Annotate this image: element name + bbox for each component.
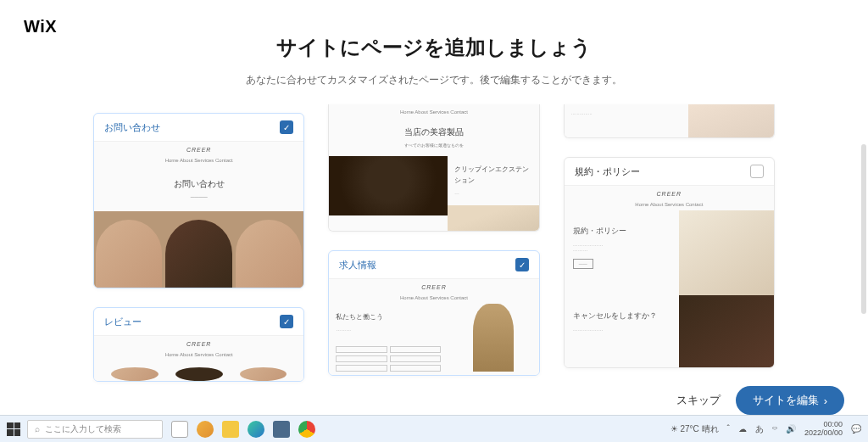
checkbox-unchecked[interactable] (750, 165, 764, 178)
card-review[interactable]: レビュー ✓ CREER Home About Services Contact (93, 307, 304, 382)
notifications-icon[interactable]: 💬 (851, 424, 861, 434)
wifi-icon[interactable]: ⌔ (772, 424, 777, 434)
card-contact[interactable]: お問い合わせ ✓ CREER Home About Services Conta… (93, 113, 304, 288)
preview-heading: お問い合わせ (108, 178, 290, 190)
page-subtitle: あなたに合わせてカスタマイズされたページです。後で編集することができます。 (0, 73, 868, 87)
preview-brand: CREER (94, 336, 303, 352)
volume-icon[interactable]: 🔊 (786, 424, 796, 434)
start-button[interactable] (7, 422, 20, 436)
skip-button[interactable]: スキップ (676, 393, 721, 408)
preview-brand: CREER (94, 142, 303, 158)
card-label: レビュー (104, 316, 142, 328)
onedrive-icon[interactable]: ☁ (738, 424, 747, 434)
weather-widget[interactable]: ☀ 27°C 晴れ (670, 423, 719, 435)
card-label: 求人情報 (339, 259, 376, 271)
page-title: サイトにページを追加しましょう (0, 34, 868, 61)
chevron-right-icon: › (824, 394, 827, 407)
preview-brand: CREER (565, 186, 774, 202)
card-label: 規約・ポリシー (575, 165, 640, 178)
preview-heading: 当店の美容製品 (337, 126, 530, 138)
card-policy[interactable]: 規約・ポリシー CREER Home About Services Contac… (564, 157, 775, 368)
preview-brand: CREER (329, 279, 538, 295)
preview-nav: Home About Services Contact (94, 158, 303, 166)
task-view-icon[interactable] (171, 421, 188, 438)
edge-icon[interactable] (248, 421, 264, 438)
taskbar-search[interactable]: ⌕ ここに入力して検索 (27, 420, 163, 439)
search-icon: ⌕ (35, 424, 40, 434)
checkbox-checked[interactable]: ✓ (280, 315, 293, 328)
wix-logo: WiX (24, 17, 57, 36)
preview-nav: Home About Services Contact (329, 104, 538, 118)
template-gallery: お問い合わせ ✓ CREER Home About Services Conta… (0, 87, 868, 415)
checkbox-checked[interactable]: ✓ (515, 258, 529, 271)
tray-up-icon[interactable]: ˆ (727, 424, 730, 434)
chrome-icon[interactable] (298, 421, 315, 438)
clock[interactable]: 00:00 2022/00/00 (804, 421, 843, 438)
ime-icon[interactable]: あ (755, 423, 764, 435)
scrollbar[interactable] (861, 144, 866, 314)
preview-nav: Home About Services Contact (94, 352, 303, 361)
windows-taskbar[interactable]: ⌕ ここに入力して検索 ☀ 27°C 晴れ ˆ ☁ あ ⌔ 🔊 00:00 20… (0, 415, 868, 442)
edit-site-button[interactable]: サイトを編集 › (736, 386, 844, 415)
app-icon[interactable] (197, 421, 214, 438)
card-jobs[interactable]: 求人情報 ✓ CREER Home About Services Contact… (328, 250, 539, 375)
store-icon[interactable] (273, 421, 290, 438)
card-partial-top[interactable]: …………… (564, 104, 775, 138)
card-label: お問い合わせ (104, 121, 160, 134)
preview-nav: Home About Services Contact (565, 202, 774, 210)
preview-nav: Home About Services Contact (329, 295, 538, 304)
explorer-icon[interactable] (222, 421, 239, 438)
card-products[interactable]: Home About Services Contact 当店の美容製品 すべての… (328, 104, 539, 232)
checkbox-checked[interactable]: ✓ (280, 120, 293, 134)
